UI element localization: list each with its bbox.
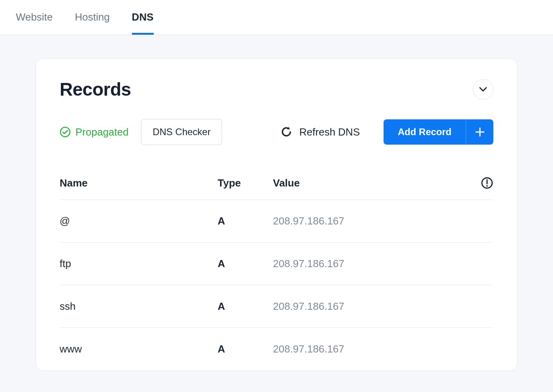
- check-circle-icon: [60, 126, 71, 138]
- records-card: Records Propagated DNS Chec: [36, 58, 517, 371]
- svg-point-0: [60, 127, 70, 137]
- records-header: Records: [60, 79, 493, 100]
- add-record-label: Add Record: [384, 119, 466, 145]
- column-header-value: Value: [273, 177, 470, 189]
- refresh-dns-button[interactable]: Refresh DNS: [280, 126, 360, 138]
- add-record-plus[interactable]: [466, 119, 493, 145]
- record-value: 208.97.186.167: [273, 258, 470, 270]
- table-header-row: Name Type Value: [60, 177, 493, 200]
- table-row[interactable]: www A 208.97.186.167: [60, 328, 493, 370]
- plus-icon: [475, 127, 485, 137]
- column-header-type: Type: [218, 177, 273, 189]
- top-tabs: Website Hosting DNS: [0, 0, 553, 35]
- tab-dns[interactable]: DNS: [132, 0, 154, 34]
- dns-checker-button[interactable]: DNS Checker: [141, 119, 222, 145]
- record-name: @: [60, 215, 218, 227]
- chevron-down-icon: [479, 87, 487, 92]
- content-area: Records Propagated DNS Chec: [0, 35, 553, 371]
- table-row[interactable]: @ A 208.97.186.167: [60, 200, 493, 243]
- tab-website[interactable]: Website: [16, 0, 53, 34]
- record-type: A: [218, 343, 273, 355]
- table-row[interactable]: ftp A 208.97.186.167: [60, 243, 493, 285]
- record-type: A: [218, 258, 273, 270]
- collapse-button[interactable]: [473, 79, 493, 100]
- records-actions: Propagated DNS Checker Refresh DNS Add R…: [60, 119, 493, 145]
- info-icon[interactable]: [481, 177, 493, 189]
- record-name: www: [60, 343, 218, 355]
- record-name: ssh: [60, 300, 218, 313]
- propagation-status: Propagated: [60, 126, 128, 138]
- records-table: Name Type Value @ A 208.97.186.167: [60, 177, 493, 370]
- refresh-dns-label: Refresh DNS: [299, 126, 360, 138]
- record-type: A: [218, 215, 273, 227]
- add-record-button[interactable]: Add Record: [384, 119, 493, 145]
- svg-point-3: [486, 185, 488, 187]
- column-header-name: Name: [60, 177, 218, 189]
- column-header-info: [470, 177, 493, 189]
- refresh-icon: [280, 126, 292, 138]
- record-value: 208.97.186.167: [273, 300, 470, 313]
- table-row[interactable]: ssh A 208.97.186.167: [60, 285, 493, 328]
- record-value: 208.97.186.167: [273, 215, 470, 227]
- record-name: ftp: [60, 258, 218, 270]
- propagation-status-label: Propagated: [75, 126, 128, 138]
- records-title: Records: [60, 79, 131, 100]
- tab-hosting[interactable]: Hosting: [75, 0, 109, 34]
- record-type: A: [218, 300, 273, 313]
- record-value: 208.97.186.167: [273, 343, 470, 355]
